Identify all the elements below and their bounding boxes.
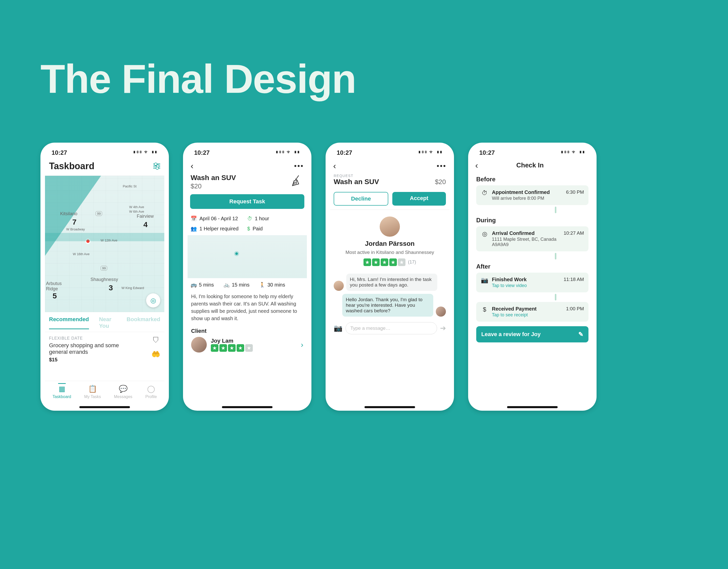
street-label: W 4th Ave — [129, 205, 144, 209]
status-icons: ▮▯▯ ᯤ ▮▮ — [418, 149, 443, 156]
tab-near-you[interactable]: Near You — [99, 316, 117, 329]
nav-label: My Tasks — [84, 395, 101, 399]
client-avatar — [191, 337, 207, 353]
page-title: Check In — [470, 161, 589, 169]
client-row[interactable]: Joy Lam ★★★★★ › — [188, 337, 307, 362]
task-title: Wash an SUV — [191, 174, 236, 182]
client-heading: Client — [188, 327, 307, 337]
task-title: Wash an SUV — [334, 178, 379, 186]
step-time: 11:18 AM — [564, 276, 584, 288]
timeline-card[interactable]: 📷 Finished Work Tap to view video 11:18 … — [476, 272, 588, 293]
locate-button[interactable]: ◎ — [146, 294, 160, 308]
bus-time: 5 mins — [199, 282, 214, 288]
timeline-card[interactable]: ◎ Arrival Confirmed 1111 Maple Street, B… — [476, 226, 588, 251]
request-badge: REQUEST — [334, 174, 446, 178]
helper-profile[interactable]: Jordan Pärsson Most active in Kitsilano … — [330, 210, 449, 269]
accept-button[interactable]: Accept — [392, 192, 446, 205]
hand-icon[interactable]: 🤲 — [151, 350, 160, 358]
task-title: Grocery shopping and some general errand… — [49, 342, 127, 355]
timeline-card[interactable]: ⏱ Appointment Confirmed Will arrive befo… — [476, 185, 588, 205]
message-input[interactable]: Type a message… — [346, 322, 437, 334]
street-label: W Broadway — [66, 227, 85, 231]
task-price: $20 — [191, 182, 236, 190]
back-icon[interactable]: ‹ — [191, 161, 193, 171]
section-during: During — [473, 215, 592, 226]
step-time: 10:27 AM — [564, 230, 584, 247]
map[interactable]: Kitsilano 7 Fairview 4 Shaughnessy 3 Arb… — [45, 175, 164, 312]
bookmark-icon[interactable]: ⛉ — [152, 336, 160, 345]
travel-times: 🚌5 mins 🚲15 mins 🚶30 mins — [188, 278, 307, 292]
step-subtitle: Will arrive before 8:00 PM — [492, 196, 562, 201]
street-label: W 12th Ave — [101, 238, 117, 242]
bottom-nav: ▦Taskboard 📋My Tasks 💬Messages ◯Profile — [45, 381, 164, 408]
nav-messages[interactable]: 💬Messages — [114, 385, 132, 399]
street-label: W 6th Ave — [129, 210, 144, 213]
status-icons: ▮▯▯ ᯤ ▮▮ — [561, 149, 585, 156]
edit-icon: ✎ — [578, 331, 583, 338]
more-icon[interactable]: ••• — [294, 162, 304, 170]
status-icons: ▮▯▯ ᯤ ▮▮ — [133, 149, 158, 156]
back-icon[interactable]: ‹ — [333, 161, 336, 171]
status-bar: 10:27 ▮▯▯ ᯤ ▮▮ — [330, 147, 449, 160]
nav-label: Messages — [114, 395, 132, 399]
status-bar: 10:27 ▮▯▯ ᯤ ▮▮ — [45, 147, 164, 160]
timeline-card[interactable]: $ Received Payment Tap to see receipt 1:… — [476, 302, 588, 322]
timeline-connector — [555, 206, 556, 213]
nav-my-tasks[interactable]: 📋My Tasks — [84, 385, 101, 399]
map-preview[interactable] — [188, 235, 307, 278]
profile-icon: ◯ — [147, 385, 155, 393]
tab-recommended[interactable]: Recommended — [49, 316, 89, 329]
status-bar: 10:27 ▮▯▯ ᯤ ▮▮ — [188, 147, 307, 160]
bus-icon: 🚌 — [191, 282, 197, 288]
rating-count: (17) — [408, 259, 416, 265]
map-area-count: 4 — [143, 220, 148, 229]
review-button[interactable]: Leave a review for Joy ✎ — [476, 326, 588, 343]
timeline-connector — [555, 294, 556, 301]
map-area-label: Arbutus Ridge — [46, 281, 66, 292]
street-label: W King Edward — [121, 286, 144, 290]
task-description: Hi, I'm looking for someone to help my e… — [188, 292, 307, 327]
step-title: Arrival Confirmed — [492, 230, 560, 236]
status-time: 10:27 — [194, 149, 210, 156]
nav-profile[interactable]: ◯Profile — [145, 385, 157, 399]
nav-label: Profile — [145, 395, 157, 399]
step-link[interactable]: Tap to see receipt — [492, 312, 562, 318]
request-task-button[interactable]: Request Task — [190, 194, 304, 209]
step-time: 1:00 PM — [566, 306, 584, 318]
step-title: Received Payment — [492, 306, 562, 312]
hero-title: The Final Design — [40, 56, 688, 102]
location-icon: ◎ — [481, 230, 488, 247]
broom-icon — [290, 174, 304, 187]
camera-icon[interactable]: 📷 — [334, 324, 343, 332]
home-indicator — [79, 406, 130, 408]
map-area-count: 5 — [53, 292, 57, 300]
avatar — [334, 281, 344, 291]
send-icon[interactable]: ➔ — [440, 324, 446, 332]
step-time: 6:30 PM — [566, 189, 584, 201]
dollar-icon: $ — [247, 226, 250, 232]
decline-button[interactable]: Decline — [334, 192, 388, 205]
message-out: Hello Jordan. Thank you, I'm glad to hea… — [334, 294, 446, 317]
client-name: Joy Lam — [211, 338, 253, 344]
status-time: 10:27 — [337, 149, 352, 156]
step-title: Appointment Confirmed — [492, 189, 562, 195]
task-card[interactable]: FLEXIBLE DATE Grocery shopping and some … — [45, 332, 164, 364]
step-link[interactable]: Tap to view video — [492, 283, 560, 288]
more-icon[interactable]: ••• — [437, 162, 446, 170]
chat-thread: Hi, Mrs. Lam! I'm interested in the task… — [330, 269, 449, 319]
nav-taskboard[interactable]: ▦Taskboard — [53, 385, 71, 399]
camera-icon: 📷 — [481, 276, 488, 288]
filter-icon[interactable] — [153, 164, 160, 169]
status-icons: ▮▯▯ ᯤ ▮▮ — [276, 149, 300, 156]
highway-label: 99 — [101, 266, 107, 270]
home-indicator — [365, 406, 415, 408]
walk-time: 30 mins — [267, 282, 285, 288]
helper-rating: ★★★★★ (17) — [335, 258, 444, 266]
tab-bookmarked[interactable]: Bookmarked — [127, 316, 160, 329]
home-indicator — [222, 406, 272, 408]
bike-time: 15 mins — [232, 282, 249, 288]
section-before: Before — [473, 174, 592, 185]
review-label: Leave a review for Joy — [481, 331, 541, 338]
duration: 1 hour — [255, 216, 269, 221]
nav-label: Taskboard — [53, 395, 71, 399]
